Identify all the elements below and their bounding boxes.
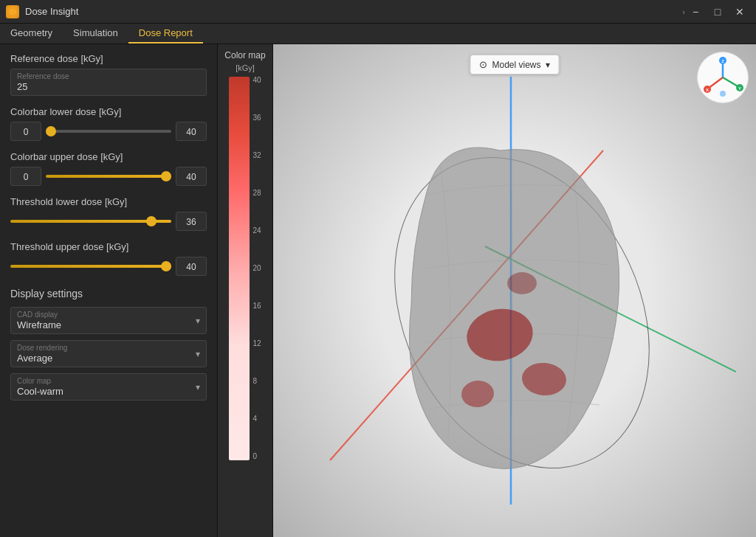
color-map-label: Color map bbox=[17, 377, 63, 385]
reference-dose-label: Reference dose [kGy] bbox=[10, 53, 207, 64]
3d-model-container bbox=[273, 44, 756, 537]
app-icon bbox=[6, 5, 19, 18]
svg-line-7 bbox=[723, 77, 739, 87]
colorbar-upper-min: 0 bbox=[10, 167, 41, 186]
colorbar-upper-slider-container bbox=[46, 167, 171, 186]
menu-item-geometry[interactable]: Geometry bbox=[0, 24, 63, 44]
dose-rendering-value: Average bbox=[17, 353, 67, 364]
svg-line-4 bbox=[708, 77, 723, 89]
axis-widget: Z X Y bbox=[697, 52, 749, 103]
threshold-upper-row: 40 bbox=[10, 257, 207, 276]
dose-rendering-chevron-down-icon: ▾ bbox=[196, 349, 200, 359]
colorbar-upper-row: 0 40 bbox=[10, 167, 207, 186]
svg-marker-0 bbox=[8, 7, 17, 16]
colorbar-tick: 36 bbox=[252, 114, 261, 122]
close-button[interactable]: ✕ bbox=[729, 4, 750, 20]
colormap-title: Color map bbox=[224, 50, 265, 60]
axis-svg: Z X Y bbox=[701, 55, 745, 100]
svg-text:Y: Y bbox=[738, 86, 741, 91]
svg-point-18 bbox=[507, 272, 537, 294]
colorbar-tick: 24 bbox=[252, 227, 261, 235]
color-map-chevron-down-icon: ▾ bbox=[196, 382, 200, 392]
svg-text:X: X bbox=[706, 88, 709, 92]
3d-model-svg bbox=[293, 77, 736, 505]
viewport: ⊙ Model views ▾ Z X Y bbox=[273, 44, 756, 537]
app-title: Dose Insight bbox=[25, 6, 678, 17]
color-map-dropdown[interactable]: Color map Cool-warm ▾ bbox=[10, 373, 207, 401]
colorbar-lower-min: 0 bbox=[10, 122, 41, 141]
color-map-value: Cool-warm bbox=[17, 386, 63, 397]
left-panel: Reference dose [kGy] Reference dose Colo… bbox=[0, 44, 218, 537]
colormap-unit: [kGy] bbox=[236, 63, 255, 72]
dose-rendering-dropdown[interactable]: Dose rendering Average ▾ bbox=[10, 340, 207, 367]
svg-point-10 bbox=[720, 91, 726, 97]
colorbar-lower-max: 40 bbox=[176, 122, 207, 141]
colorbar-upper-max: 40 bbox=[176, 167, 207, 186]
colorbar-wrap: 4036322824201612840 bbox=[229, 77, 261, 460]
colorbar-tick: 0 bbox=[252, 453, 261, 460]
colorbar-tick: 12 bbox=[252, 340, 261, 347]
colorbar-tick: 40 bbox=[252, 77, 261, 84]
model-views-label: Model views bbox=[492, 60, 540, 70]
main-content: Reference dose [kGy] Reference dose Colo… bbox=[0, 44, 756, 537]
threshold-upper-slider-container bbox=[10, 257, 171, 276]
titlebar: Dose Insight › − □ ✕ bbox=[0, 0, 756, 24]
threshold-upper-slider[interactable] bbox=[10, 265, 171, 268]
maximize-button[interactable]: □ bbox=[707, 4, 728, 20]
model-views-button[interactable]: ⊙ Model views ▾ bbox=[470, 55, 559, 75]
menubar: Geometry Simulation Dose Report bbox=[0, 24, 756, 44]
viewport-background: ⊙ Model views ▾ Z X Y bbox=[273, 44, 756, 537]
threshold-lower-slider[interactable] bbox=[10, 220, 171, 223]
colorbar bbox=[229, 77, 250, 460]
colorbar-tick: 16 bbox=[252, 302, 261, 310]
colorbar-tick: 32 bbox=[252, 152, 261, 159]
colorbar-lower-slider[interactable] bbox=[46, 130, 171, 133]
window-controls: − □ ✕ bbox=[685, 4, 750, 20]
colorbar-lower-label: Colorbar lower dose [kGy] bbox=[10, 106, 207, 117]
colorbar-lower-slider-container bbox=[46, 122, 171, 141]
colorbar-ticks: 4036322824201612840 bbox=[252, 77, 261, 460]
threshold-upper-label: Threshold upper dose [kGy] bbox=[10, 241, 207, 252]
model-views-icon: ⊙ bbox=[479, 59, 487, 70]
display-settings-label: Display settings bbox=[10, 288, 207, 299]
colorbar-tick: 28 bbox=[252, 190, 261, 197]
menu-item-simulation[interactable]: Simulation bbox=[63, 24, 128, 44]
threshold-lower-slider-container bbox=[10, 212, 171, 231]
cad-display-value: Wireframe bbox=[17, 319, 61, 330]
reference-dose-input[interactable] bbox=[17, 81, 200, 92]
cad-display-chevron-down-icon: ▾ bbox=[196, 316, 200, 326]
minimize-button[interactable]: − bbox=[685, 4, 706, 20]
cad-display-dropdown[interactable]: CAD display Wireframe ▾ bbox=[10, 307, 207, 334]
threshold-lower-row: 36 bbox=[10, 212, 207, 231]
colormap-panel: Color map [kGy] 4036322824201612840 bbox=[218, 44, 273, 537]
svg-text:Z: Z bbox=[721, 59, 724, 63]
reference-dose-placeholder: Reference dose bbox=[17, 72, 200, 80]
cad-display-label: CAD display bbox=[17, 311, 61, 319]
menu-item-dose-report[interactable]: Dose Report bbox=[128, 24, 203, 44]
colorbar-tick: 4 bbox=[252, 415, 261, 423]
dose-rendering-label: Dose rendering bbox=[17, 344, 67, 352]
colorbar-tick: 20 bbox=[252, 265, 261, 272]
threshold-upper-val: 40 bbox=[176, 257, 207, 276]
model-views-chevron-down-icon: ▾ bbox=[546, 60, 550, 70]
colorbar-tick: 8 bbox=[252, 378, 261, 385]
threshold-lower-label: Threshold lower dose [kGy] bbox=[10, 196, 207, 207]
colorbar-lower-row: 0 40 bbox=[10, 122, 207, 141]
colorbar-upper-label: Colorbar upper dose [kGy] bbox=[10, 151, 207, 162]
reference-dose-input-group[interactable]: Reference dose bbox=[10, 69, 207, 96]
threshold-lower-val: 36 bbox=[176, 212, 207, 231]
colorbar-upper-slider[interactable] bbox=[46, 175, 171, 178]
